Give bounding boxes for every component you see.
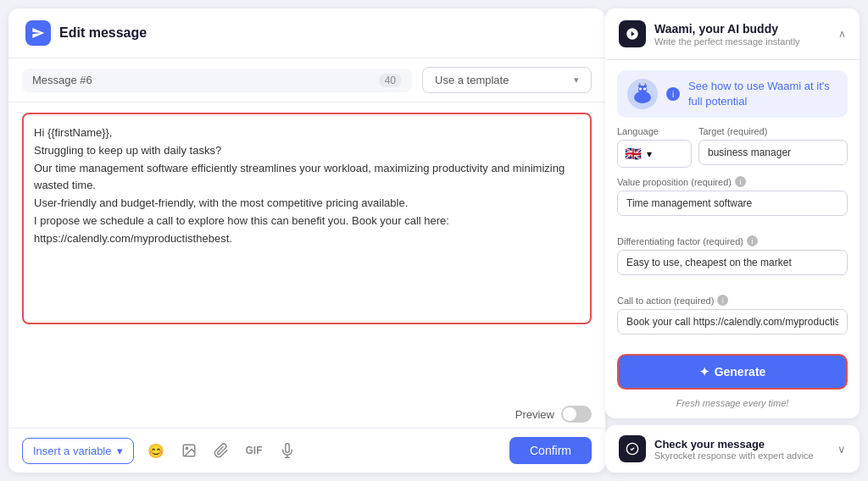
waami-header: Waami, your AI buddy Write the perfect m… [605,8,860,60]
preview-toggle[interactable] [561,406,592,423]
emoji-button[interactable]: 😊 [144,440,168,462]
generate-subtitle: Fresh message every time! [617,398,848,408]
language-target-row: Language 🇬🇧 ▾ Target (required) [617,126,848,168]
flag-icon: 🇬🇧 [625,146,642,162]
svg-rect-12 [645,83,647,86]
value-prop-field-group: Value proposition (required) i [617,176,848,227]
generate-label: Generate [715,365,766,379]
svg-rect-11 [639,83,641,86]
editor-area: 385/8000 Hi {{firstName}}, Struggling to… [8,102,605,401]
value-prop-input[interactable] [617,191,848,216]
waami-bot-banner: i See how to use Waami at it's full pote… [617,70,848,118]
waami-title-group: Waami, your AI buddy Write the perfect m… [654,22,800,47]
target-input[interactable] [698,140,848,165]
check-message-title: Check your message [654,438,814,451]
attachment-button[interactable] [210,440,232,462]
value-prop-label: Value proposition (required) i [617,176,848,187]
preview-label: Preview [515,408,554,421]
insert-variable-label: Insert a variable [33,445,112,457]
insert-variable-button[interactable]: Insert a variable ▾ [22,438,134,464]
language-label: Language [617,126,692,136]
message-count: 40 [379,74,402,87]
language-select[interactable]: 🇬🇧 ▾ [617,140,692,168]
waami-header-left: Waami, your AI buddy Write the perfect m… [619,20,800,47]
template-dropdown[interactable]: Use a template ▾ [422,67,592,93]
cta-info-icon: i [717,295,728,306]
bot-avatar-icon [627,79,658,109]
svg-point-1 [186,447,187,449]
target-label: Target (required) [698,126,848,136]
waami-card: Waami, your AI buddy Write the perfect m… [605,8,860,418]
info-icon: i [666,87,680,101]
diff-factor-field-group: Differentiating factor (required) i [617,235,848,286]
bottom-left: Insert a variable ▾ 😊 GIF [22,438,298,464]
bottom-bar: Insert a variable ▾ 😊 GIF [8,428,605,473]
cta-label: Call to action (required) i [617,295,848,306]
template-placeholder: Use a template [435,74,509,86]
page-title: Edit message [59,25,147,41]
waami-collapse-button[interactable]: ∧ [838,28,846,40]
value-prop-info-icon: i [735,176,746,187]
generate-button[interactable]: ✦ Generate [617,354,848,390]
right-panel: Waami, your AI buddy Write the perfect m… [605,0,868,481]
check-message-card: Check your message Skyrocket response wi… [605,425,860,473]
waami-title: Waami, your AI buddy [654,22,800,36]
check-message-icon [619,435,646,462]
chevron-down-icon: ▾ [647,148,652,160]
bot-banner-text[interactable]: See how to use Waami at it's full potent… [688,79,837,109]
language-field-group: Language 🇬🇧 ▾ [617,126,692,168]
textarea-wrapper: 385/8000 Hi {{firstName}}, Struggling to… [22,113,592,333]
diff-factor-info-icon: i [747,235,758,246]
waami-content: i See how to use Waami at it's full pote… [605,60,860,418]
svg-point-7 [639,88,642,91]
image-button[interactable] [178,440,200,462]
confirm-button[interactable]: Confirm [509,437,592,464]
check-message-expand-button[interactable]: ∨ [837,443,846,456]
check-message-text-group: Check your message Skyrocket response wi… [654,438,814,461]
waami-subtitle: Write the perfect message instantly [654,36,800,47]
message-textarea[interactable]: Hi {{firstName}}, Struggling to keep up … [22,113,592,324]
header: Edit message [8,8,605,58]
svg-point-8 [643,88,646,91]
toolbar: Message #6 40 Use a template ▾ [8,58,605,102]
target-field-group: Target (required) [698,126,848,165]
chevron-down-icon: ▾ [574,75,579,86]
chevron-down-icon: ▾ [117,445,123,457]
main-panel: Edit message Message #6 40 Use a templat… [8,8,605,473]
sparkle-icon: ✦ [699,365,709,379]
cta-field-group: Call to action (required) i [617,295,848,346]
message-label-container: Message #6 40 [22,69,412,92]
app-icon [25,20,51,46]
check-message-subtitle: Skyrocket response with expert advice [654,451,814,461]
voice-button[interactable] [276,440,298,462]
waami-icon [619,20,646,47]
diff-factor-label: Differentiating factor (required) i [617,235,848,246]
diff-factor-input[interactable] [617,250,848,275]
check-message-left: Check your message Skyrocket response wi… [619,435,814,462]
gif-button[interactable]: GIF [242,441,266,460]
message-label: Message #6 [32,74,92,86]
preview-bar: Preview [8,401,605,428]
cta-input[interactable] [617,309,848,334]
